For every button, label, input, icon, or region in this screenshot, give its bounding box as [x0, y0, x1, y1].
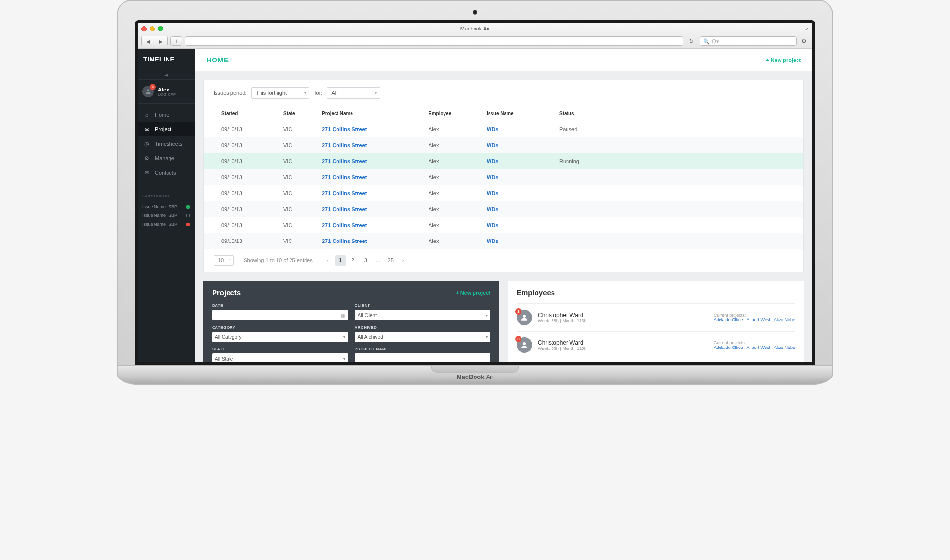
- project-link[interactable]: 271 Collins Street: [322, 174, 367, 180]
- project-link[interactable]: Adelaide Office: [714, 318, 747, 322]
- new-tab-button[interactable]: +: [170, 36, 182, 46]
- issue-link[interactable]: WDs: [487, 158, 498, 164]
- new-project-button[interactable]: + New project: [766, 57, 801, 63]
- issue-link[interactable]: WDs: [487, 206, 498, 212]
- projects-panel: Projects + New project DATE ▦ CLIENT: [203, 281, 499, 362]
- issue-link[interactable]: WDs: [487, 174, 498, 180]
- project-link[interactable]: 271 Collins Street: [322, 190, 367, 196]
- address-bar[interactable]: [185, 36, 683, 46]
- issue-code: SBP: [169, 204, 177, 209]
- employee-row[interactable]: 3 Christopher Ward Week: 38h | Month: 11…: [517, 303, 795, 331]
- page-size-select[interactable]: 10: [214, 255, 234, 266]
- reload-icon[interactable]: ↻: [686, 38, 697, 45]
- column-header[interactable]: Started: [204, 106, 276, 121]
- table-row[interactable]: 09/10/13 VIC 271 Collins Street Alex WDs: [204, 201, 803, 217]
- pager-page[interactable]: 3: [360, 255, 371, 266]
- projectname-input[interactable]: [355, 353, 491, 362]
- issue-link[interactable]: WDs: [487, 190, 498, 196]
- cell-project: 271 Collins Street: [315, 201, 422, 217]
- period-select[interactable]: This fortnight: [251, 87, 309, 99]
- client-select[interactable]: All Client: [355, 310, 491, 320]
- svg-point-0: [147, 89, 150, 91]
- user-block[interactable]: 3 Alex LOG OFF: [138, 80, 195, 104]
- settings-icon[interactable]: ⚙: [799, 38, 809, 45]
- back-button[interactable]: ◀: [142, 36, 154, 46]
- project-link[interactable]: Akzo Nobe: [774, 318, 795, 322]
- nav-item-contacts[interactable]: ✉Contacts: [138, 166, 195, 180]
- pager-next[interactable]: ›: [398, 255, 409, 266]
- table-row[interactable]: 09/10/13 VIC 271 Collins Street Alex WDs…: [204, 153, 803, 169]
- employee-name: Christopher Ward: [538, 312, 586, 318]
- pager-page[interactable]: 1: [335, 255, 346, 266]
- client-label: CLIENT: [355, 303, 491, 308]
- filters: Issues period: This fortnight for: All: [204, 80, 803, 106]
- project-link[interactable]: 271 Collins Street: [322, 142, 367, 148]
- column-header[interactable]: Employee: [422, 106, 480, 121]
- table-row[interactable]: 09/10/13 VIC 271 Collins Street Alex WDs: [204, 169, 803, 185]
- date-input[interactable]: ▦: [212, 310, 348, 320]
- expand-icon[interactable]: ⤢: [805, 26, 809, 31]
- archived-select[interactable]: All Archived: [355, 332, 491, 342]
- issue-link[interactable]: WDs: [487, 238, 498, 244]
- cell-state: VIC: [276, 233, 315, 249]
- project-link[interactable]: Akzo Nobe: [774, 345, 795, 350]
- column-header[interactable]: Issue Name: [480, 106, 552, 121]
- table-row[interactable]: 09/10/13 VIC 271 Collins Street Alex WDs: [204, 185, 803, 201]
- table-row[interactable]: 09/10/13 VIC 271 Collins Street Alex WDs: [204, 217, 803, 233]
- column-header[interactable]: State: [276, 106, 315, 121]
- state-label: STATE: [212, 347, 348, 351]
- category-select[interactable]: All Category: [212, 332, 348, 342]
- employee-row[interactable]: 3 Christopher Ward Week: 38h | Month: 11…: [517, 331, 795, 359]
- project-link[interactable]: Airport West: [747, 345, 774, 350]
- current-projects-label: Current projects:: [714, 313, 795, 318]
- nav-item-home[interactable]: ⌂Home: [138, 107, 195, 122]
- project-link[interactable]: 271 Collins Street: [322, 158, 367, 164]
- last-issue-item[interactable]: Issue NameSBP: [142, 211, 190, 220]
- cell-employee: Alex: [422, 233, 480, 249]
- project-link[interactable]: Adelaide Office: [714, 345, 747, 350]
- browser-search[interactable]: 🔍 Q▾: [700, 36, 797, 46]
- main: HOME + New project Issues period: This f…: [195, 49, 812, 362]
- logoff-link[interactable]: LOG OFF: [158, 92, 176, 97]
- column-header[interactable]: Status: [552, 106, 803, 121]
- cell-status: Paused: [552, 121, 803, 137]
- pager-page[interactable]: 2: [348, 255, 358, 266]
- close-window-button[interactable]: [141, 26, 147, 31]
- cell-issue: WDs: [480, 121, 552, 137]
- project-link[interactable]: 271 Collins Street: [322, 206, 367, 212]
- issue-link[interactable]: WDs: [487, 222, 498, 228]
- issue-link[interactable]: WDs: [487, 126, 498, 132]
- issue-name: Issue Name: [142, 213, 166, 218]
- collapse-sidebar-button[interactable]: ◀: [138, 70, 195, 80]
- projects-filter-form: DATE ▦ CLIENT All Client CATEGORY All Ca…: [212, 303, 490, 362]
- employee-badge: 3: [515, 336, 521, 342]
- nav-item-manage[interactable]: ⚙Manage: [138, 151, 195, 166]
- nav-item-project[interactable]: ✉Project: [138, 122, 195, 136]
- last-issue-item[interactable]: Issue NameSBP: [142, 202, 190, 211]
- cell-project: 271 Collins Street: [315, 121, 422, 137]
- project-link[interactable]: Airport West: [747, 318, 774, 322]
- issue-link[interactable]: WDs: [487, 142, 498, 148]
- project-link[interactable]: 271 Collins Street: [322, 238, 367, 244]
- state-select[interactable]: All State: [212, 353, 348, 362]
- cell-started: 09/10/13: [204, 153, 276, 169]
- table-row[interactable]: 09/10/13 VIC 271 Collins Street Alex WDs: [204, 233, 803, 249]
- projects-new-button[interactable]: + New project: [456, 290, 490, 296]
- project-link[interactable]: 271 Collins Street: [322, 126, 367, 132]
- for-select[interactable]: All: [327, 87, 380, 99]
- table-row[interactable]: 09/10/13 VIC 271 Collins Street Alex WDs…: [204, 121, 803, 137]
- column-header[interactable]: Project Name: [315, 106, 422, 121]
- minimize-window-button[interactable]: [150, 26, 155, 31]
- cell-project: 271 Collins Street: [315, 153, 422, 169]
- forward-button[interactable]: ▶: [154, 36, 167, 46]
- maximize-window-button[interactable]: [158, 26, 163, 31]
- employee-row[interactable]: 3 Christopher Ward Week: 38h | Month: 11…: [517, 359, 795, 362]
- pager-page[interactable]: 25: [385, 255, 396, 266]
- nav-item-timesheets[interactable]: ◷Timesheets: [138, 136, 195, 151]
- last-issue-item[interactable]: Issue NameSBP: [142, 220, 190, 228]
- cell-status: [552, 233, 803, 249]
- table-row[interactable]: 09/10/13 VIC 271 Collins Street Alex WDs: [204, 137, 803, 153]
- pager-prev[interactable]: ‹: [322, 255, 333, 266]
- project-link[interactable]: 271 Collins Street: [322, 222, 367, 228]
- table-footer: 10 Showing 1 to 10 of 25 entries ‹123...…: [204, 249, 803, 272]
